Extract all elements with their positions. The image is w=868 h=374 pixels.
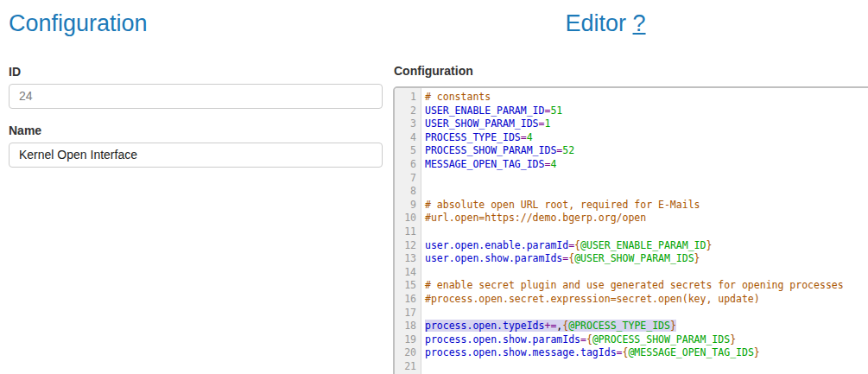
line-number: 18 [395,320,421,333]
line-number: 12 [395,239,421,253]
code-line[interactable]: MESSAGE_OPEN_TAG_IDS=4 [425,158,868,172]
token-comment: #url.open=https://demo.bgerp.org/open [425,212,646,224]
line-number: 11 [395,225,421,239]
token-key: MESSAGE_OPEN_TAG_IDS [425,158,544,170]
code-line[interactable]: process.open.typeIds+=,{@PROCESS_TYPE_ID… [425,320,868,333]
token-value: 4 [527,131,533,143]
token-eq: = [539,117,545,130]
config-form-section: Configuration ID Name [9,0,383,168]
token-eq: = [521,131,527,143]
token-brace: } [670,320,676,332]
token-brace: } [754,346,760,358]
code-line[interactable]: PROCESS_SHOW_PARAM_IDS=52 [425,144,868,158]
page-title: Configuration [9,11,383,37]
line-number: 6 [395,158,421,172]
code-line[interactable] [425,266,868,280]
line-number: 17 [395,307,421,320]
name-input[interactable] [9,143,383,168]
line-number: 8 [395,185,421,199]
code-line[interactable]: # enable secret plugin and use generated… [425,279,868,293]
editor-code[interactable]: # constantsUSER_ENABLE_PARAM_ID=51USER_S… [421,88,868,374]
token-value: @USER_ENABLE_PARAM_ID [580,239,706,251]
token-key: process.open.show.paramIds [425,333,580,345]
code-line[interactable]: user.open.enable.paramId={@USER_ENABLE_P… [425,239,868,253]
line-number: 21 [395,360,421,374]
token-key: user.open.enable.paramId [425,239,568,251]
token-key: PROCESS_TYPE_IDS [425,131,521,143]
token-comment: #process.open.secret.expression=secret.o… [425,293,760,305]
editor-heading: Editor ? [393,0,818,37]
line-number: 20 [395,346,421,360]
code-line[interactable] [425,360,868,374]
token-brace: { [574,239,580,251]
line-number: 7 [395,172,421,186]
token-key: user.open.show.paramIds [425,252,562,264]
token-value: 52 [562,144,574,156]
token-value: @USER_SHOW_PARAM_IDS [574,252,694,264]
code-line[interactable]: user.open.show.paramIds={@USER_SHOW_PARA… [425,252,868,266]
token-key: USER_SHOW_PARAM_IDS [425,117,539,130]
token-brace: } [706,239,712,251]
code-line[interactable]: # constants [425,91,868,105]
code-line[interactable]: #url.open=https://demo.bgerp.org/open [425,212,868,225]
line-number: 2 [395,105,421,118]
code-line[interactable] [425,307,868,320]
code-line[interactable]: process.open.show.paramIds={@PROCESS_SHO… [425,333,868,347]
token-key: process.open.show.message.tagIds [425,346,617,358]
token-value: @MESSAGE_OPEN_TAG_IDS [628,346,753,358]
token-key: PROCESS_SHOW_PARAM_IDS [425,144,556,156]
token-value: @PROCESS_SHOW_PARAM_IDS [592,333,730,345]
line-number: 3 [395,117,421,131]
line-number: 5 [395,144,421,158]
code-line[interactable] [425,185,868,199]
editor-gutter: 123456789101112131415161718192021 [395,88,421,374]
line-number: 19 [395,333,421,347]
code-line[interactable]: USER_SHOW_PARAM_IDS=1 [425,117,868,131]
code-line[interactable]: process.open.show.message.tagIds={@MESSA… [425,346,868,360]
token-eq: += [544,320,556,332]
line-number: 4 [395,131,421,145]
help-link[interactable]: ? [633,10,646,36]
token-eq: = [617,346,623,358]
editor-config-label: Configuration [394,64,473,78]
token-eq: = [580,333,586,345]
line-number: 9 [395,199,421,212]
code-line[interactable] [425,172,868,186]
token-value: 4 [550,158,556,170]
token-comment: # absolute open URL root, required for E… [425,199,700,211]
line-number: 1 [395,91,421,105]
id-label: ID [9,65,383,79]
token-comment: # enable secret plugin and use generated… [425,279,844,291]
token-value: 51 [550,105,562,117]
code-line[interactable]: USER_ENABLE_PARAM_ID=51 [425,105,868,118]
token-brace: } [730,333,736,345]
token-value: 1 [545,117,551,130]
token-brace: } [694,252,700,264]
code-line[interactable]: PROCESS_TYPE_IDS=4 [425,131,868,145]
line-number: 16 [395,293,421,307]
name-label: Name [9,124,383,137]
id-input[interactable] [9,84,383,109]
code-line[interactable]: #process.open.secret.expression=secret.o… [425,293,868,307]
token-brace: { [586,333,592,345]
line-number: 13 [395,252,421,266]
line-number: 15 [395,279,421,293]
code-line[interactable] [425,225,868,239]
code-line[interactable]: # absolute open URL root, required for E… [425,199,868,212]
line-number: 14 [395,266,421,280]
editor-title: Editor [565,10,626,36]
config-code-editor[interactable]: 123456789101112131415161718192021 # cons… [393,86,868,374]
token-value: @PROCESS_TYPE_IDS [568,320,670,332]
token-comment: # constants [425,91,491,103]
line-number: 10 [395,212,421,225]
token-key: process.open.typeIds [425,320,544,332]
token-key: USER_ENABLE_PARAM_ID [425,105,544,117]
